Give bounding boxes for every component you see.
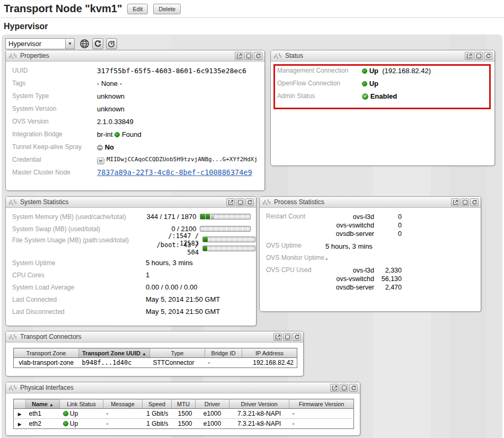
panel-popout-button[interactable] [235,52,243,60]
window-icon [341,385,347,391]
view-select[interactable]: Hypervisor ▼ [5,38,75,49]
view-toolbar: Hypervisor ▼ [5,38,117,49]
process-name: ovsdb-server [325,230,374,238]
window-icon [246,53,252,59]
system-type-value: unknown [97,92,125,100]
panel-popout-button[interactable] [465,52,473,60]
stat-row-filesystem: File System Usage (MB) (path:used/total)… [12,235,251,257]
zone-cell: vlab-transport-zone [14,358,79,368]
uptime-value: 5 hours, 3 mins [146,259,193,267]
process-row-restart: Restart Count ovs-l3d0 ovs-vswitchd0 ovs… [266,213,475,238]
panel-refresh-button[interactable] [254,52,262,60]
property-label: Integration Bridge [12,130,97,138]
col-message[interactable]: Message [103,399,143,409]
process-entry: ovs-l3d2,330 [325,266,402,275]
external-link-icon [228,199,234,205]
management-status: Up [369,67,378,75]
globe-icon[interactable] [79,39,90,49]
process-value: 0 [374,213,402,221]
panel-refresh-button[interactable] [293,333,301,341]
table-row[interactable]: ▶ eth2 Up - 1 Gbit/s 1500 e1000 7.3.21-k… [14,419,354,429]
panel-popout-button[interactable] [451,198,459,206]
stat-label: File System Usage (MB) (path:used/total) [12,235,146,244]
stat-label: Restart Count [266,213,325,220]
panel-popout-button[interactable] [226,198,235,206]
panel-window-button[interactable] [474,52,483,60]
refresh-icon [472,199,478,205]
tags-value: - None - [97,80,122,87]
stat-row-last-connected: Last Connected May 5, 2014 21:50 GMT [12,293,251,305]
driver-version-cell: 7.3.21-k8-NAPI [229,409,289,419]
bar-segments [200,214,250,219]
green-status-dot-icon [362,81,367,86]
window-icon [476,53,482,59]
link-status-text: Up [70,420,78,427]
table-row[interactable]: ▶ eth1 Up - 1 Gbit/s 1500 e1000 7.3.21-k… [14,409,354,419]
panel-window-button[interactable] [340,384,348,392]
chevron-down-icon[interactable]: ▼ [65,39,74,49]
panel-window-button[interactable] [283,333,291,341]
timer-button[interactable] [106,38,117,49]
physical-interfaces-table: Name ▲ Link Status Message Speed MTU Dri… [13,399,354,429]
delete-button[interactable]: Delete [153,4,181,14]
col-transport-zone-uuid[interactable]: Transport Zone UUID ▲ [79,348,150,358]
col-transport-zone[interactable]: Transport Zone [14,348,79,358]
process-value: 56,130 [374,275,402,283]
col-ip-address[interactable]: IP Address [242,348,297,358]
fs-root-usage-bar [202,236,255,242]
property-row: Integration Bridge br-int Found [12,128,259,141]
panel-popout-button[interactable] [330,384,339,392]
process-entry: ovs-vswitchd56,130 [325,275,402,283]
col-bridge-id[interactable]: Bridge ID [205,348,242,358]
col-firmware-version[interactable]: Firmware Version [289,399,354,409]
property-label: Tunnel Keep-alive Spray [12,143,97,151]
panel-refresh-button[interactable] [349,384,358,392]
stat-row-uptime: System Uptime 5 hours, 3 mins [12,257,251,269]
col-mtu[interactable]: MTU [172,399,196,409]
col-link-status[interactable]: Link Status [60,399,103,409]
page: Transport Node "kvm1" Edit Delete Hyperv… [0,0,504,438]
property-label: System Type [12,92,97,100]
tunnel-keepalive-text: No [105,143,114,151]
row-expander-icon[interactable]: ▶ [18,411,22,417]
row-expander-icon[interactable]: ▶ [18,422,22,427]
driver-cell: e1000 [196,419,229,429]
disabled-minus-icon [97,145,103,151]
green-status-dot-icon [362,68,367,74]
properties-panel: Properties UUID 317f55bf-65f5-4603-8601-… [5,50,265,191]
panel-window-button[interactable] [244,52,253,60]
property-label: System Version [12,105,97,112]
col-type[interactable]: Type [150,348,205,358]
column-label: Transport Zone UUID [82,350,140,356]
col-driver[interactable]: Driver [196,399,229,409]
panel-window-button[interactable] [236,198,244,206]
panel-refresh-button[interactable] [470,198,479,206]
col-driver-version[interactable]: Driver Version [229,399,289,409]
master-cluster-node-link[interactable]: 7837a89a-22f3-4c8c-8bef-c100886374e9 [97,168,252,177]
link-status-cell: Up [60,409,103,419]
load-average-value: 0.00 / 0.00 / 0.00 [146,283,198,291]
panel-title: System Statistics [20,198,225,206]
edit-button[interactable]: Edit [127,4,148,14]
panel-window-button[interactable] [461,198,469,206]
name-cell: eth2 [26,419,60,429]
table-row[interactable]: vlab-transport-zone b948f...1d40c STTCon… [14,358,297,368]
tunnel-keepalive-value: No [97,143,114,151]
panel-popout-button[interactable] [273,333,282,341]
panel-refresh-button[interactable] [245,198,254,206]
property-row: Credential MIIDwjCCAqoCCQDZUob5H9tzvjANB… [12,153,259,166]
status-panel-header: Status [271,50,494,62]
credential-expand-button[interactable] [97,157,104,164]
refresh-button[interactable] [92,38,103,49]
refresh-icon [485,53,491,59]
window-icon [285,334,290,340]
stat-label: OVS Uptime [266,242,325,249]
property-label: Master Cluster Node [12,169,97,176]
panel-refresh-button[interactable] [484,52,492,60]
process-entry: ovs-l3d0 [325,213,402,221]
external-link-icon [466,53,472,59]
mtu-cell: 1500 [172,409,196,419]
col-name[interactable]: Name ▲ [26,399,60,409]
process-entry: ovsdb-server2,470 [325,283,402,292]
col-speed[interactable]: Speed [143,399,172,409]
